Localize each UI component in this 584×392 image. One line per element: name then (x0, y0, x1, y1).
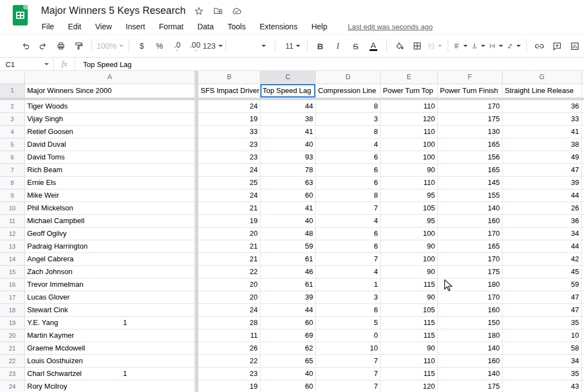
cell-value[interactable]: 8 (316, 100, 381, 113)
cell-sliver[interactable] (582, 164, 584, 177)
row-header-21[interactable]: 21 (0, 342, 25, 355)
cell-value[interactable]: 22 (198, 266, 260, 278)
cell-value[interactable]: 39 (503, 177, 582, 189)
cell-value[interactable]: 170 (438, 100, 503, 113)
cell-value[interactable]: 40 (260, 215, 316, 228)
cell-value[interactable]: 24 (198, 189, 260, 202)
cell-value[interactable]: 61 (260, 253, 316, 266)
row-header-6[interactable]: 6 (0, 151, 25, 164)
cell-value[interactable]: 105 (381, 304, 438, 317)
cell-value[interactable]: 90 (381, 164, 438, 177)
cell-value[interactable]: 165 (438, 138, 503, 151)
column-header-d[interactable]: D (316, 71, 381, 84)
row-header-15[interactable]: 15 (0, 266, 25, 278)
cell-value[interactable]: 6 (316, 304, 381, 317)
cell-value[interactable]: 6 (316, 177, 381, 189)
cell-value[interactable]: 33 (503, 113, 582, 126)
cell-value[interactable]: 115 (381, 368, 438, 380)
cell-player-name[interactable]: Zach Johnson (25, 266, 195, 278)
cell-value[interactable]: 7 (316, 368, 381, 380)
cell-value[interactable]: 34 (503, 355, 582, 368)
cell-value[interactable]: 100 (381, 253, 438, 266)
name-box[interactable]: C1 (0, 58, 53, 70)
cell-value[interactable]: 145 (438, 177, 503, 189)
cell-sliver[interactable] (582, 138, 584, 151)
cloud-saved-icon[interactable] (231, 6, 242, 17)
cell-value[interactable]: 8 (316, 126, 381, 138)
cell-value[interactable]: 156 (438, 151, 503, 164)
cell-sliver[interactable] (582, 355, 584, 368)
cell-value[interactable]: 23 (198, 151, 260, 164)
row-header-18[interactable]: 18 (0, 304, 25, 317)
cell-value[interactable]: 100 (381, 138, 438, 151)
cell-value[interactable]: 35 (503, 317, 582, 329)
cell-a1[interactable]: Major Winners Since 2000 (25, 84, 195, 98)
cell-value[interactable]: 170 (438, 253, 503, 266)
cell-player-name[interactable]: Stewart Cink (25, 304, 195, 317)
cell-value[interactable]: 69 (260, 329, 316, 342)
row-header-1[interactable]: 1 (0, 84, 25, 98)
cell-value[interactable]: 175 (438, 266, 503, 278)
cell-value[interactable]: 65 (260, 355, 316, 368)
cell-value[interactable]: 140 (438, 202, 503, 215)
select-all-corner[interactable] (0, 71, 25, 84)
cell-value[interactable]: 95 (381, 215, 438, 228)
cell-value[interactable]: 42 (503, 253, 582, 266)
cell-value[interactable]: 6 (316, 151, 381, 164)
cell-value[interactable]: 46 (260, 266, 316, 278)
star-icon[interactable] (193, 6, 204, 17)
cell-value[interactable]: 63 (260, 177, 316, 189)
cell-value[interactable]: 1 (316, 278, 381, 291)
menu-edit[interactable]: Edit (68, 21, 82, 32)
last-edit-link[interactable]: Last edit was seconds ago (348, 23, 433, 31)
cell-player-name[interactable]: Mike Weir (25, 189, 195, 202)
cell-f1[interactable]: Power Turn Finish (438, 84, 503, 98)
cell-player-name[interactable]: David Toms (25, 151, 195, 164)
cell-value[interactable]: 7 (316, 380, 381, 392)
insert-link-icon[interactable] (532, 38, 547, 54)
column-header-b[interactable]: B (198, 71, 260, 84)
cell-value[interactable]: 25 (198, 177, 260, 189)
row-header-19[interactable]: 19 (0, 317, 25, 329)
sheets-logo-icon[interactable] (13, 5, 28, 25)
column-header-a[interactable]: A (25, 71, 195, 84)
cell-value[interactable]: 41 (260, 202, 316, 215)
cell-value[interactable]: 21 (198, 253, 260, 266)
cell-value[interactable]: 60 (260, 380, 316, 392)
borders-icon[interactable] (410, 38, 424, 54)
menu-format[interactable]: Format (158, 21, 184, 32)
cell-value[interactable]: 175 (438, 113, 503, 126)
row-header-12[interactable]: 12 (0, 228, 25, 240)
cell-player-name[interactable]: Padraig Harrington (25, 240, 195, 253)
cell-player-name[interactable]: Trevor Immelman (25, 278, 195, 291)
row-header-14[interactable]: 14 (0, 253, 25, 266)
cell-value[interactable]: 90 (381, 291, 438, 304)
cell-value[interactable]: 11 (198, 329, 260, 342)
cell-value[interactable]: 24 (198, 100, 260, 113)
cell-value[interactable]: 5 (316, 317, 381, 329)
row-header-10[interactable]: 10 (0, 202, 25, 215)
increase-decimals-button[interactable]: .00→ (188, 38, 202, 54)
cell-value[interactable]: 24 (198, 304, 260, 317)
cell-value[interactable]: 165 (438, 164, 503, 177)
text-wrap-icon[interactable] (489, 38, 503, 54)
horizontal-align-icon[interactable] (453, 38, 468, 54)
row-header-24[interactable]: 24 (0, 380, 25, 392)
format-currency-button[interactable]: $ (135, 38, 149, 54)
cell-value[interactable]: 36 (503, 100, 582, 113)
cell-value[interactable]: 6 (316, 164, 381, 177)
cell-value[interactable]: 19 (198, 380, 260, 392)
column-header-sliver[interactable] (582, 71, 584, 84)
cell-player-name[interactable]: Ernie Els (25, 177, 195, 189)
row-header-13[interactable]: 13 (0, 240, 25, 253)
cell-value[interactable]: 39 (260, 291, 316, 304)
column-header-g[interactable]: G (503, 71, 582, 84)
cell-value[interactable]: 140 (438, 368, 503, 380)
cell-value[interactable]: 19 (198, 215, 260, 228)
insert-chart-icon[interactable] (568, 38, 582, 54)
cell-player-name[interactable]: Rory Mcilroy (25, 380, 195, 392)
cell-value[interactable]: 6 (316, 240, 381, 253)
cell-value[interactable]: 60 (260, 317, 316, 329)
menu-extensions[interactable]: Extensions (259, 21, 298, 32)
cell-value[interactable]: 59 (260, 240, 316, 253)
